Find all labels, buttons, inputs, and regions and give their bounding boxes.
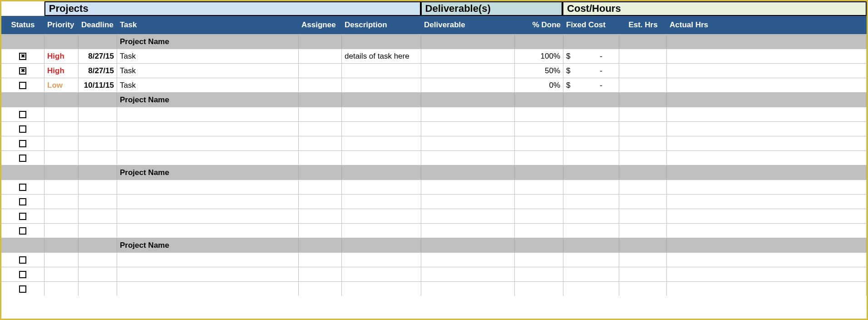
status-cell[interactable] — [1, 209, 44, 223]
status-cell[interactable] — [1, 136, 44, 150]
actual-hrs-cell[interactable] — [667, 224, 867, 238]
percent-cell[interactable] — [515, 107, 563, 121]
actual-hrs-cell[interactable] — [667, 267, 867, 281]
cell[interactable] — [1, 165, 44, 180]
percent-cell[interactable] — [515, 267, 563, 281]
assignee-cell[interactable] — [299, 224, 342, 238]
deliverable-cell[interactable] — [421, 64, 515, 78]
description-cell[interactable] — [342, 209, 421, 223]
description-cell[interactable] — [342, 253, 421, 267]
status-checkbox-icon[interactable] — [19, 198, 26, 205]
status-checkbox-icon[interactable] — [19, 285, 26, 293]
project-name-cell[interactable]: Project Name — [117, 35, 299, 49]
actual-hrs-cell[interactable] — [667, 107, 867, 121]
deadline-cell[interactable] — [79, 282, 117, 296]
cell[interactable] — [44, 165, 79, 180]
cell[interactable] — [421, 35, 515, 49]
deadline-cell[interactable] — [79, 107, 117, 121]
fixed-cost-cell[interactable] — [563, 253, 619, 267]
est-hrs-cell[interactable] — [619, 282, 667, 296]
actual-hrs-cell[interactable] — [667, 136, 867, 150]
status-cell[interactable] — [1, 78, 44, 92]
fixed-cost-cell[interactable]: $- — [563, 64, 619, 78]
description-cell[interactable] — [342, 267, 421, 281]
est-hrs-cell[interactable] — [619, 78, 667, 92]
est-hrs-cell[interactable] — [619, 253, 667, 267]
actual-hrs-cell[interactable] — [667, 180, 867, 194]
task-cell[interactable]: Task — [117, 78, 299, 92]
assignee-cell[interactable] — [299, 209, 342, 223]
deadline-cell[interactable] — [79, 224, 117, 238]
cell[interactable] — [563, 93, 619, 107]
cell[interactable] — [44, 93, 79, 107]
deliverable-cell[interactable] — [421, 107, 515, 121]
cell[interactable] — [342, 35, 421, 49]
assignee-cell[interactable] — [299, 282, 342, 296]
fixed-cost-cell[interactable] — [563, 195, 619, 209]
deliverable-cell[interactable] — [421, 267, 515, 281]
status-cell[interactable] — [1, 195, 44, 209]
assignee-cell[interactable] — [299, 136, 342, 150]
cell[interactable] — [515, 93, 563, 107]
est-hrs-cell[interactable] — [619, 136, 667, 150]
assignee-cell[interactable] — [299, 78, 342, 92]
status-checkbox-icon[interactable] — [19, 125, 26, 133]
project-name-cell[interactable]: Project Name — [117, 165, 299, 180]
cell[interactable] — [421, 238, 515, 252]
assignee-cell[interactable] — [299, 49, 342, 63]
percent-cell[interactable] — [515, 195, 563, 209]
actual-hrs-cell[interactable] — [667, 209, 867, 223]
deadline-cell[interactable] — [79, 136, 117, 150]
cell[interactable] — [515, 35, 563, 49]
percent-cell[interactable] — [515, 136, 563, 150]
description-cell[interactable] — [342, 64, 421, 78]
status-checkbox-icon[interactable] — [19, 271, 26, 278]
cell[interactable] — [79, 93, 117, 107]
deliverable-cell[interactable] — [421, 180, 515, 194]
fixed-cost-cell[interactable] — [563, 122, 619, 136]
cell[interactable] — [342, 93, 421, 107]
status-cell[interactable] — [1, 224, 44, 238]
deadline-cell[interactable]: 8/27/15 — [79, 64, 117, 78]
status-checkbox-icon[interactable]: ✖ — [19, 53, 26, 60]
assignee-cell[interactable] — [299, 267, 342, 281]
description-cell[interactable] — [342, 224, 421, 238]
deadline-cell[interactable] — [79, 253, 117, 267]
deadline-cell[interactable] — [79, 151, 117, 165]
description-cell[interactable] — [342, 136, 421, 150]
project-name-cell[interactable]: Project Name — [117, 93, 299, 107]
cell[interactable] — [1, 93, 44, 107]
task-cell[interactable] — [117, 282, 299, 296]
fixed-cost-cell[interactable] — [563, 107, 619, 121]
percent-cell[interactable] — [515, 209, 563, 223]
assignee-cell[interactable] — [299, 195, 342, 209]
cell[interactable] — [667, 93, 867, 107]
task-cell[interactable]: Task — [117, 64, 299, 78]
assignee-cell[interactable] — [299, 64, 342, 78]
est-hrs-cell[interactable] — [619, 107, 667, 121]
percent-cell[interactable]: 0% — [515, 78, 563, 92]
task-cell[interactable] — [117, 224, 299, 238]
deadline-cell[interactable] — [79, 195, 117, 209]
actual-hrs-cell[interactable] — [667, 195, 867, 209]
cell[interactable] — [619, 238, 667, 252]
deliverable-cell[interactable] — [421, 49, 515, 63]
status-cell[interactable]: ✖ — [1, 49, 44, 63]
cell[interactable] — [619, 93, 667, 107]
status-checkbox-icon[interactable] — [19, 111, 26, 118]
cell[interactable] — [667, 238, 867, 252]
status-cell[interactable] — [1, 267, 44, 281]
deliverable-cell[interactable] — [421, 253, 515, 267]
cell[interactable] — [342, 165, 421, 180]
deliverable-cell[interactable] — [421, 224, 515, 238]
description-cell[interactable] — [342, 122, 421, 136]
cell[interactable] — [44, 238, 79, 252]
priority-cell[interactable] — [44, 151, 79, 165]
actual-hrs-cell[interactable] — [667, 253, 867, 267]
priority-cell[interactable] — [44, 136, 79, 150]
est-hrs-cell[interactable] — [619, 224, 667, 238]
fixed-cost-cell[interactable] — [563, 267, 619, 281]
priority-cell[interactable] — [44, 122, 79, 136]
cell[interactable] — [667, 165, 867, 180]
cell[interactable] — [563, 238, 619, 252]
